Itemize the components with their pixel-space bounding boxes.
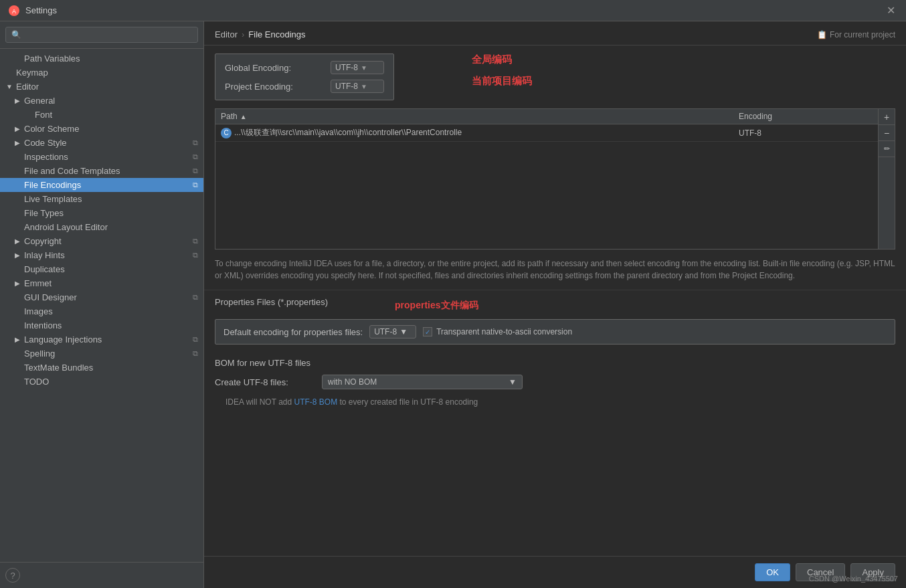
props-encoding-row: Default encoding for properties files: U…: [215, 319, 895, 345]
expand-icon: ▼: [5, 83, 13, 90]
file-table-body: C ...\\级联查询\\src\\main\\java\\com\\jh\\c…: [215, 124, 878, 142]
expand-icon: ▶: [13, 280, 21, 287]
breadcrumb-parent: Editor: [215, 29, 238, 39]
sidebar-item-android-layout-editor[interactable]: Android Layout Editor: [0, 220, 203, 234]
sidebar-item-label: Inspections: [24, 152, 68, 162]
sidebar-item-label: Code Style: [24, 138, 67, 148]
copy-icon: ⧉: [193, 138, 198, 147]
sidebar-item-images[interactable]: Images: [0, 304, 203, 318]
encoding-section: Global Encoding: UTF-8 ▼ Project Encodin…: [204, 45, 906, 108]
copy-icon: ⧉: [193, 335, 198, 344]
app-icon: A: [8, 5, 20, 17]
edit-row-button[interactable]: ✏: [879, 141, 895, 157]
sidebar-item-label: Editor: [16, 82, 39, 92]
sidebar-item-live-templates[interactable]: Live Templates: [0, 192, 203, 206]
sidebar-item-inspections[interactable]: Inspections ⧉: [0, 150, 203, 164]
sidebar-item-general[interactable]: ▶ General: [0, 94, 203, 108]
expand-icon: ▶: [13, 125, 21, 132]
file-table-wrapper: Path ▲ Encoding C ...\\级联查询\\src\\main\\…: [215, 109, 895, 249]
sidebar-item-editor[interactable]: ▼ Editor: [0, 80, 203, 94]
sidebar-item-textmate-bundles[interactable]: TextMate Bundles: [0, 361, 203, 375]
props-section-title: Properties Files (*.properties): [215, 297, 328, 307]
sidebar-item-file-code-templates[interactable]: File and Code Templates ⧉: [0, 164, 203, 178]
sidebar: Path Variables Keymap ▼ Editor ▶ General…: [0, 21, 204, 588]
copy-icon: ⧉: [193, 349, 198, 358]
expand-icon: ▶: [13, 237, 21, 245]
global-encoding-value: UTF-8: [335, 63, 358, 72]
sidebar-item-inlay-hints[interactable]: ▶ Inlay Hints ⧉: [0, 248, 203, 262]
table-empty-area: [215, 142, 878, 249]
search-input[interactable]: [5, 27, 198, 43]
sidebar-item-spelling[interactable]: Spelling ⧉: [0, 347, 203, 361]
sidebar-item-font[interactable]: Font: [0, 108, 203, 122]
copy-icon: ⧉: [193, 251, 198, 260]
encoding-grid: Global Encoding: UTF-8 ▼ Project Encodin…: [215, 54, 394, 100]
sidebar-item-gui-designer[interactable]: GUI Designer ⧉: [0, 290, 203, 304]
sidebar-item-label: Android Layout Editor: [24, 222, 108, 232]
project-encoding-label: Project Encoding:: [225, 82, 325, 92]
sidebar-item-keymap[interactable]: Keymap: [0, 66, 203, 80]
project-info-text: For current project: [830, 30, 895, 39]
chevron-down-icon: ▼: [361, 64, 367, 72]
sidebar-item-code-style[interactable]: ▶ Code Style ⧉: [0, 136, 203, 150]
close-button[interactable]: ✕: [884, 4, 898, 17]
sidebar-item-copyright[interactable]: ▶ Copyright ⧉: [0, 234, 203, 248]
sidebar-item-duplicates[interactable]: Duplicates: [0, 262, 203, 276]
copy-icon: ⧉: [193, 293, 198, 302]
props-annotation: properties文件编码: [395, 300, 478, 312]
search-box: [0, 21, 203, 49]
sidebar-item-label: GUI Designer: [24, 292, 77, 302]
project-encoding-value: UTF-8: [335, 82, 358, 91]
sidebar-item-path-variables[interactable]: Path Variables: [0, 52, 203, 66]
remove-row-button[interactable]: −: [879, 125, 895, 141]
title-bar: A Settings ✕: [0, 0, 906, 21]
bom-create-select[interactable]: with NO BOM ▼: [322, 375, 523, 389]
table-row[interactable]: C ...\\级联查询\\src\\main\\java\\com\\jh\\c…: [215, 124, 878, 142]
watermark: CSDN @Weixin_43475507: [809, 575, 898, 583]
breadcrumb: Editor › File Encodings: [215, 29, 306, 39]
sidebar-item-file-encodings[interactable]: File Encodings ⧉: [0, 178, 203, 192]
bom-note-prefix: IDEA will NOT add: [225, 397, 294, 407]
content-area: Editor › File Encodings 📋 For current pr…: [204, 21, 906, 588]
sidebar-item-intentions[interactable]: Intentions: [0, 318, 203, 332]
copy-icon: ⧉: [193, 181, 198, 189]
transparent-conversion-checkbox[interactable]: ✓: [423, 327, 432, 336]
props-header-row: Properties Files (*.properties) properti…: [215, 297, 895, 314]
sidebar-item-emmet[interactable]: ▶ Emmet: [0, 276, 203, 290]
sidebar-item-label: File Types: [24, 208, 64, 218]
table-action-buttons: + − ✏: [878, 109, 895, 249]
sidebar-item-color-scheme[interactable]: ▶ Color Scheme: [0, 122, 203, 136]
expand-icon: ▶: [13, 252, 21, 259]
chevron-down-icon: ▼: [361, 83, 367, 90]
sidebar-item-file-types[interactable]: File Types: [0, 206, 203, 220]
project-encoding-select[interactable]: UTF-8 ▼: [331, 80, 384, 93]
breadcrumb-separator: ›: [242, 29, 244, 39]
help-button[interactable]: ?: [5, 568, 20, 583]
sidebar-item-label: Color Scheme: [24, 124, 79, 134]
file-icon: C: [221, 128, 232, 138]
add-row-button[interactable]: +: [879, 109, 895, 125]
sidebar-item-todo[interactable]: TODO: [0, 375, 203, 389]
props-encoding-select[interactable]: UTF-8 ▼: [369, 325, 416, 338]
sidebar-item-label: Keymap: [16, 68, 48, 78]
file-path-text: ...\\级联查询\\src\\main\\java\\com\\jh\\con…: [234, 127, 462, 138]
description-text: To change encoding IntelliJ IDEA uses fo…: [204, 250, 906, 290]
expand-icon: ▶: [13, 97, 21, 104]
project-icon: 📋: [817, 30, 827, 39]
bom-note-link: UTF-8 BOM: [294, 397, 337, 407]
bom-section-title: BOM for new UTF-8 files: [215, 358, 895, 368]
project-encoding-row: Project Encoding: UTF-8 ▼: [225, 80, 384, 93]
project-info: 📋 For current project: [817, 30, 895, 39]
sidebar-item-label: Language Injections: [24, 334, 102, 345]
global-encoding-label: Global Encoding:: [225, 63, 325, 73]
sidebar-item-language-injections[interactable]: ▶ Language Injections ⧉: [0, 332, 203, 347]
sidebar-item-label: File Encodings: [24, 180, 81, 190]
expand-icon: ▶: [13, 139, 21, 146]
props-encoding-value: UTF-8: [374, 327, 397, 336]
props-encoding-label: Default encoding for properties files:: [223, 327, 363, 337]
ok-button[interactable]: OK: [755, 563, 790, 581]
expand-icon: ▶: [13, 336, 21, 343]
window-title: Settings: [25, 5, 884, 15]
copy-icon: ⧉: [193, 167, 198, 175]
global-encoding-select[interactable]: UTF-8 ▼: [331, 61, 384, 74]
